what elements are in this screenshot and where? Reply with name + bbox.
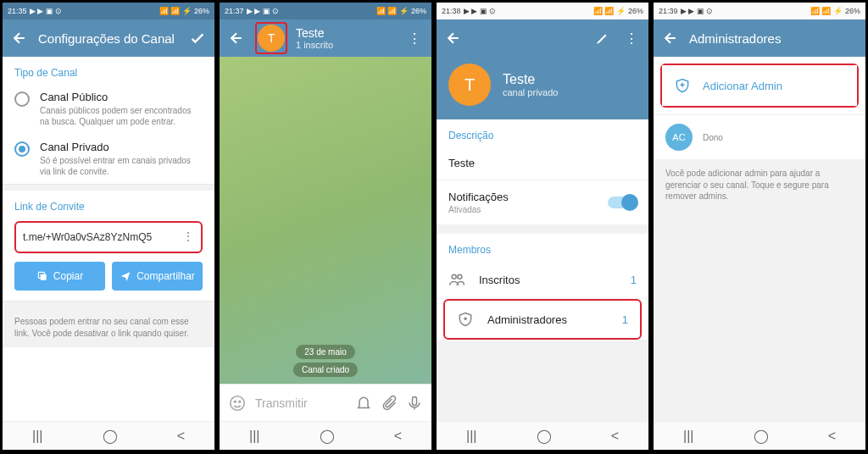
more-icon[interactable]: ⋮ [182, 235, 194, 240]
svg-rect-5 [413, 396, 417, 405]
status-bar: 21:39▶ ▶ ▣ ⊙ 📶 📶 ⚡26% [654, 3, 865, 19]
message-placeholder: Transmitir [255, 396, 347, 410]
nav-back[interactable]: < [611, 429, 619, 444]
admins-count: 1 [622, 313, 628, 326]
android-navbar: ||| ◯ < [3, 421, 214, 450]
attach-icon[interactable] [381, 395, 398, 412]
nav-recents[interactable]: ||| [683, 429, 693, 444]
copy-icon [36, 270, 48, 282]
owner-avatar: AC [665, 124, 693, 151]
confirm-button[interactable] [187, 28, 208, 48]
more-button[interactable]: ⋮ [621, 28, 642, 48]
add-admin-label: Adicionar Admin [703, 80, 782, 92]
share-button[interactable]: Compartilhar [112, 262, 203, 291]
radio-icon [14, 91, 30, 107]
radio-public-label: Canal Público [40, 91, 203, 103]
message-input[interactable]: Transmitir [220, 384, 431, 421]
subscribers-count: 1 [631, 274, 637, 286]
nav-back[interactable]: < [394, 429, 402, 444]
nav-back[interactable]: < [828, 429, 836, 444]
nav-back[interactable]: < [177, 429, 185, 444]
nav-recents[interactable]: ||| [249, 429, 259, 444]
profile-hero: T Teste canal privado [437, 57, 648, 119]
mic-icon[interactable] [406, 395, 423, 412]
svg-point-4 [239, 401, 241, 402]
copy-button[interactable]: Copiar [14, 262, 105, 291]
more-icon: ⋮ [625, 30, 638, 47]
header: Configurações do Canal [3, 19, 214, 57]
edit-button[interactable] [593, 28, 613, 48]
arrow-left-icon [11, 30, 28, 47]
chat-header[interactable]: T Teste 1 inscrito ⋮ [220, 19, 431, 57]
subscribers-row[interactable]: Inscritos 1 [437, 261, 648, 299]
android-navbar: ||| ◯ < [654, 421, 865, 450]
android-navbar: ||| ◯ < [220, 421, 431, 450]
nav-recents[interactable]: ||| [466, 429, 476, 444]
divider [3, 184, 214, 191]
nav-recents[interactable]: ||| [32, 429, 42, 444]
invite-link-box[interactable]: t.me/+Wr0a0vSAz8YzNmQ5 ⋮ [14, 221, 203, 253]
back-button[interactable] [443, 28, 464, 48]
description-row[interactable]: Teste [437, 147, 648, 180]
radio-private[interactable]: Canal Privado Só é possível entrar em ca… [3, 134, 214, 184]
invite-link-text: t.me/+Wr0a0vSAz8YzNmQ5 [23, 231, 152, 243]
status-icons-left: ▶ ▶ ▣ ⊙ [30, 7, 63, 15]
android-navbar: ||| ◯ < [437, 421, 648, 450]
emoji-icon[interactable] [228, 394, 247, 412]
status-bar: 21:37▶ ▶ ▣ ⊙ 📶 📶 ⚡26% [220, 3, 431, 19]
notif-toggle[interactable] [608, 197, 637, 208]
created-bubble: Canal criado [293, 363, 358, 377]
status-icons-right: 📶 📶 ⚡ [159, 7, 192, 15]
channel-name: Teste [296, 26, 396, 40]
status-time: 21:39 [659, 7, 678, 15]
section-label-tipo: Tipo de Canal [3, 57, 214, 84]
channel-sub: canal privado [503, 87, 558, 97]
header: Administradores [654, 19, 865, 57]
section-label-link: Link de Convite [3, 191, 214, 218]
more-button[interactable]: ⋮ [404, 28, 425, 48]
link-hint: Pessoas podem entrar no seu canal com es… [3, 307, 214, 347]
add-admin-row[interactable]: Adicionar Admin [662, 65, 857, 106]
pencil-icon [595, 30, 610, 46]
channel-avatar[interactable]: T [448, 64, 491, 106]
share-label: Compartilhar [136, 270, 195, 282]
arrow-left-icon [228, 30, 245, 47]
admins-hint: Você pode adicionar admin para ajudar a … [654, 159, 865, 211]
notifications-row[interactable]: Notificações Ativadas [437, 180, 648, 225]
header-title: Configurações do Canal [38, 31, 179, 46]
radio-private-label: Canal Privado [40, 141, 203, 153]
owner-label: Dono [703, 133, 723, 142]
radio-private-desc: Só é possível entrar em canais privados … [40, 155, 203, 177]
back-button[interactable] [660, 28, 681, 48]
avatar-highlight: T [255, 22, 287, 54]
people-icon [448, 271, 467, 288]
svg-point-3 [234, 401, 236, 402]
subscribers-label: Inscritos [479, 274, 631, 286]
status-time: 21:38 [442, 7, 461, 15]
notif-label: Notificações [448, 191, 509, 203]
arrow-left-icon [445, 30, 462, 47]
radio-public-desc: Canais públicos podem ser encontrados na… [40, 105, 203, 127]
back-button[interactable] [9, 28, 30, 48]
nav-home[interactable]: ◯ [103, 428, 118, 444]
radio-public[interactable]: Canal Público Canais públicos podem ser … [3, 84, 214, 134]
copy-label: Copiar [53, 270, 83, 282]
status-time: 21:37 [225, 7, 244, 15]
channel-avatar[interactable]: T [258, 25, 285, 52]
back-button[interactable] [226, 28, 247, 48]
nav-home[interactable]: ◯ [320, 428, 335, 444]
notif-sub: Ativadas [448, 205, 509, 214]
profile-header: ⋮ [437, 19, 648, 57]
description-value: Teste [448, 157, 475, 169]
shield-icon [457, 311, 476, 328]
status-bar: 21:38▶ ▶ ▣ ⊙ 📶 📶 ⚡26% [437, 3, 648, 19]
owner-row[interactable]: AC Dono [654, 114, 865, 159]
radio-icon [14, 141, 30, 157]
bell-icon[interactable] [355, 395, 372, 412]
svg-point-6 [452, 274, 456, 279]
admins-row[interactable]: Administradores 1 [445, 301, 640, 338]
section-desc: Descrição [437, 119, 648, 147]
nav-home[interactable]: ◯ [537, 428, 552, 444]
nav-home[interactable]: ◯ [754, 428, 769, 444]
chat-area[interactable]: 23 de maio Canal criado [220, 57, 431, 384]
